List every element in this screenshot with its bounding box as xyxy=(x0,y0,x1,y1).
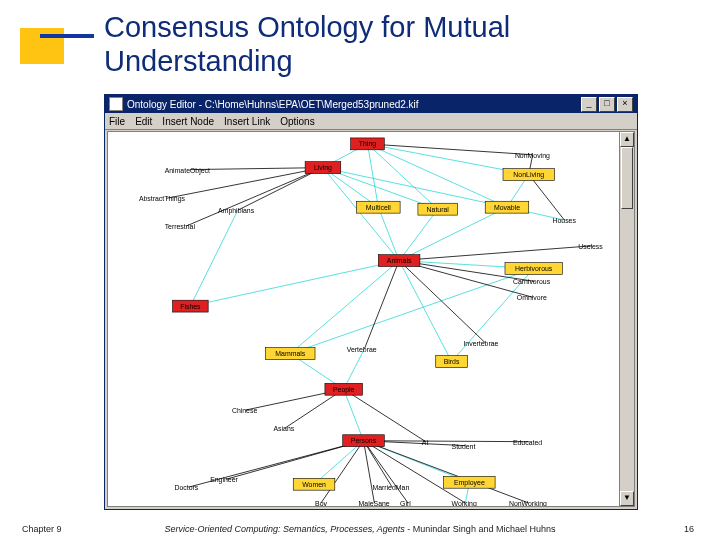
svg-line-3 xyxy=(367,144,507,207)
svg-text:Herbivorous: Herbivorous xyxy=(515,265,553,272)
node-animateobject[interactable]: AnimateObject xyxy=(165,167,210,175)
node-abstractthings[interactable]: AbstractThings xyxy=(139,195,186,203)
svg-line-41 xyxy=(344,389,426,441)
close-button[interactable]: × xyxy=(617,97,633,112)
svg-text:Working: Working xyxy=(452,500,477,506)
svg-line-21 xyxy=(344,389,364,440)
node-vertebrae[interactable]: Vertebrae xyxy=(347,346,377,353)
node-omnivore[interactable]: Omnivore xyxy=(517,294,547,301)
menu-options[interactable]: Options xyxy=(280,116,314,127)
svg-text:People: People xyxy=(333,386,355,394)
node-student[interactable]: Student xyxy=(452,443,476,450)
svg-text:NonMoving: NonMoving xyxy=(515,152,550,160)
svg-text:Fishes: Fishes xyxy=(180,303,201,310)
svg-text:NonLiving: NonLiving xyxy=(513,171,544,179)
svg-line-38 xyxy=(399,246,592,261)
node-thing[interactable]: Thing xyxy=(351,138,385,150)
node-nonmoving[interactable]: NonMoving xyxy=(515,152,550,160)
svg-text:At: At xyxy=(422,439,429,446)
scroll-down-button[interactable]: ▼ xyxy=(620,491,634,506)
menu-edit[interactable]: Edit xyxy=(135,116,152,127)
svg-text:Educated: Educated xyxy=(513,439,542,446)
node-useless[interactable]: Useless xyxy=(578,243,603,250)
node-working[interactable]: Working xyxy=(452,500,477,506)
svg-text:Asians: Asians xyxy=(273,425,294,432)
node-amphibians[interactable]: Amphibians xyxy=(218,207,255,215)
menu-file[interactable]: File xyxy=(109,116,125,127)
svg-text:Thing: Thing xyxy=(359,140,376,148)
node-chinese[interactable]: Chinese xyxy=(232,407,257,414)
svg-text:MaleSane: MaleSane xyxy=(359,500,390,506)
minimize-button[interactable]: _ xyxy=(581,97,597,112)
node-mammals[interactable]: Mammals xyxy=(266,348,315,360)
node-girl[interactable]: Girl xyxy=(400,500,411,506)
svg-line-32 xyxy=(186,168,323,226)
svg-line-15 xyxy=(290,261,399,354)
svg-line-51 xyxy=(364,441,529,503)
menu-insert-node[interactable]: Insert Node xyxy=(162,116,214,127)
svg-text:Useless: Useless xyxy=(578,243,603,250)
svg-line-14 xyxy=(190,261,399,307)
node-persons[interactable]: Persons xyxy=(343,435,385,447)
node-marriedman[interactable]: MarriedMan xyxy=(372,484,409,491)
slide-title: Consensus Ontology for Mutual Understand… xyxy=(104,10,664,78)
svg-line-30 xyxy=(190,168,323,170)
node-educated[interactable]: Educated xyxy=(513,439,542,446)
svg-line-27 xyxy=(367,144,532,155)
node-invertebrae[interactable]: Invertebrae xyxy=(463,340,498,347)
svg-text:MarriedMan: MarriedMan xyxy=(372,484,409,491)
svg-text:AbstractThings: AbstractThings xyxy=(139,195,186,203)
svg-line-9 xyxy=(378,207,399,260)
node-employee[interactable]: Employee xyxy=(444,476,495,488)
node-animals[interactable]: Animals xyxy=(378,255,420,267)
footer-page: 16 xyxy=(684,524,694,534)
ontology-graph: ThingLivingNonLivingNonMovingAnimateObje… xyxy=(108,132,620,506)
node-movable[interactable]: Movable xyxy=(485,201,529,213)
node-people[interactable]: People xyxy=(325,383,363,395)
node-at[interactable]: At xyxy=(422,439,429,446)
svg-text:Animals: Animals xyxy=(387,257,412,264)
node-nonworking[interactable]: NonWorking xyxy=(509,500,547,506)
svg-text:Boy: Boy xyxy=(315,500,327,506)
node-carnivorous[interactable]: Carnivorous xyxy=(513,278,551,285)
node-fishes[interactable]: Fishes xyxy=(173,300,209,312)
node-birds[interactable]: Birds xyxy=(436,356,468,368)
node-houses[interactable]: Houses xyxy=(552,217,576,224)
svg-text:Invertebrae: Invertebrae xyxy=(463,340,498,347)
svg-text:Terrestrial: Terrestrial xyxy=(165,223,196,230)
node-living[interactable]: Living xyxy=(305,162,341,174)
node-terrestrial[interactable]: Terrestrial xyxy=(165,223,196,230)
ontology-editor-window: Ontology Editor - C:\Home\Huhns\EPA\OET\… xyxy=(104,94,638,510)
svg-text:Girl: Girl xyxy=(400,500,411,506)
node-natural[interactable]: Natural xyxy=(418,203,458,215)
svg-text:Doctors: Doctors xyxy=(175,484,199,491)
scroll-thumb[interactable] xyxy=(621,147,633,209)
app-icon xyxy=(109,97,123,111)
svg-line-37 xyxy=(364,261,399,349)
window-title: Ontology Editor - C:\Home\Huhns\EPA\OET\… xyxy=(127,99,579,110)
node-doctors[interactable]: Doctors xyxy=(175,484,199,491)
svg-text:Carnivorous: Carnivorous xyxy=(513,278,551,285)
node-nonliving[interactable]: NonLiving xyxy=(503,169,554,181)
maximize-button[interactable]: □ xyxy=(599,97,615,112)
scroll-up-button[interactable]: ▲ xyxy=(620,132,634,147)
svg-text:Persons: Persons xyxy=(351,437,377,444)
footer-book: Service-Oriented Computing: Semantics, P… xyxy=(0,524,720,534)
node-women[interactable]: Women xyxy=(293,478,335,490)
svg-line-16 xyxy=(399,261,451,362)
graph-canvas[interactable]: ThingLivingNonLivingNonMovingAnimateObje… xyxy=(107,131,621,507)
node-boy[interactable]: Boy xyxy=(315,500,327,506)
menu-insert-link[interactable]: Insert Link xyxy=(224,116,270,127)
svg-text:Movable: Movable xyxy=(494,204,520,211)
svg-text:Houses: Houses xyxy=(552,217,576,224)
node-malesane[interactable]: MaleSane xyxy=(359,500,390,506)
node-engineer[interactable]: Engineer xyxy=(210,476,238,484)
svg-line-4 xyxy=(367,144,378,207)
node-multicell[interactable]: Multicell xyxy=(357,201,401,213)
node-herbivorous[interactable]: Herbivorous xyxy=(505,263,562,275)
node-asians[interactable]: Asians xyxy=(273,425,294,432)
svg-text:Student: Student xyxy=(452,443,476,450)
vertical-scrollbar[interactable]: ▲ ▼ xyxy=(619,131,635,507)
svg-text:Women: Women xyxy=(302,481,326,488)
accent-bar xyxy=(40,34,94,38)
